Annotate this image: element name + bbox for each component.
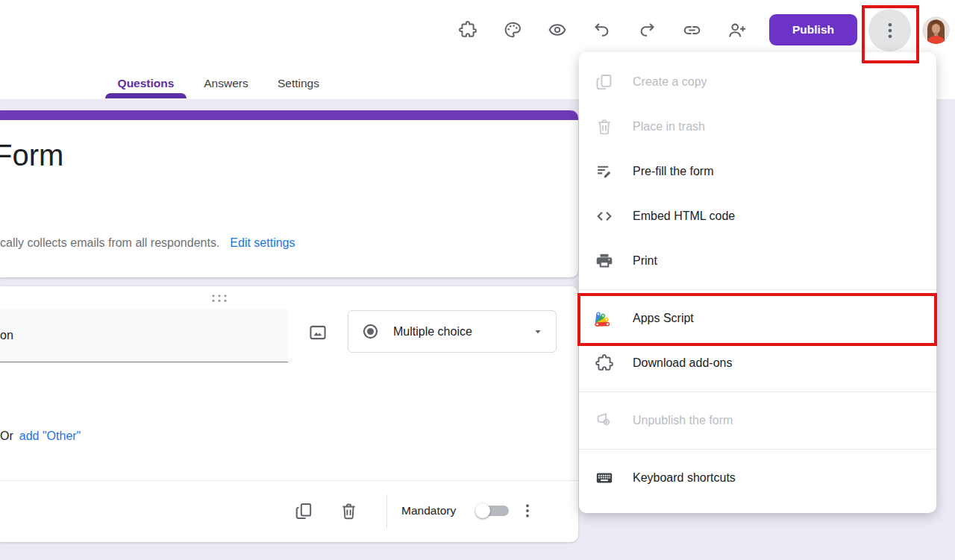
puzzle-icon — [458, 20, 478, 40]
embed-code-icon — [595, 207, 614, 226]
unpublish-icon — [595, 411, 614, 430]
active-tab-indicator — [105, 93, 187, 98]
preview-button[interactable] — [542, 15, 572, 45]
question-more-options-button[interactable] — [516, 500, 539, 522]
menu-item-label: Pre-fill the form — [633, 165, 713, 178]
question-type-dropdown[interactable]: Multiple choice — [348, 310, 557, 353]
add-ons-button[interactable] — [453, 15, 483, 45]
edit-settings-link[interactable]: Edit settings — [230, 236, 295, 249]
mandatory-toggle[interactable] — [475, 503, 513, 518]
add-other-link[interactable]: add "Other" — [19, 430, 81, 442]
menu-separator — [579, 449, 936, 450]
menu-item-embed-html-code[interactable]: Embed HTML code — [579, 194, 936, 239]
chevron-down-icon — [532, 326, 544, 338]
menu-separator — [579, 289, 936, 290]
menu-item-label: Download add-ons — [633, 356, 732, 370]
menu-item-label: Apps Script — [633, 312, 694, 325]
menu-item-label: Create a copy — [633, 75, 707, 89]
footer-divider-vertical — [386, 494, 387, 528]
tab-answers[interactable]: Answers — [194, 75, 258, 92]
mandatory-label: Mandatory — [401, 504, 456, 517]
prefill-icon — [595, 162, 614, 181]
copy-icon — [294, 501, 314, 521]
print-icon — [595, 251, 614, 271]
menu-item-download-add-ons[interactable]: Download add-ons — [579, 341, 936, 386]
menu-item-label: Keyboard shortcuts — [633, 471, 736, 485]
menu-item-prefill-the-form[interactable]: Pre-fill the form — [579, 149, 936, 194]
menu-item-place-in-trash: Place in trash — [579, 104, 936, 149]
undo-icon — [592, 20, 612, 40]
form-accent-strip — [0, 110, 578, 120]
eye-icon — [548, 20, 567, 40]
trash-icon — [339, 501, 359, 521]
more-options-button[interactable] — [868, 9, 911, 51]
more-options-menu: Create a copy Place in trash Pre-fill th… — [579, 52, 936, 513]
puzzle-icon — [595, 353, 614, 373]
question-card: on Multiple choice Oradd — [0, 286, 578, 542]
delete-question-button[interactable] — [337, 500, 360, 522]
account-avatar[interactable] — [922, 16, 950, 44]
apps-script-icon — [595, 309, 614, 328]
question-title-input[interactable]: on — [0, 309, 288, 362]
menu-item-label: Unpublish the form — [633, 414, 733, 427]
radio-filled-icon — [360, 321, 381, 342]
menu-item-print[interactable]: Print — [579, 239, 936, 283]
menu-separator — [579, 391, 936, 392]
menu-item-unpublish-the-form: Unpublish the form — [579, 398, 936, 443]
person-add-icon — [727, 20, 747, 40]
add-image-button[interactable] — [307, 321, 329, 344]
copy-link-button[interactable] — [677, 15, 707, 45]
or-text: Or — [0, 430, 13, 442]
menu-item-apps-script[interactable]: Apps Script — [579, 296, 936, 341]
tab-questions[interactable]: Questions — [105, 75, 187, 92]
palette-icon — [503, 20, 522, 40]
email-collection-notice: cally collects emails from all responden… — [0, 236, 219, 249]
copy-icon — [595, 72, 614, 92]
toggle-knob — [475, 503, 490, 518]
publish-button[interactable]: Publish — [769, 14, 857, 45]
undo-button[interactable] — [587, 15, 617, 45]
image-icon — [307, 322, 328, 343]
redo-button[interactable] — [632, 15, 662, 45]
question-title-text: on — [0, 329, 13, 342]
menu-item-label: Place in trash — [633, 120, 705, 133]
three-dots-vertical-icon — [881, 22, 899, 40]
menu-item-keyboard-shortcuts[interactable]: Keyboard shortcuts — [579, 456, 936, 500]
question-type-label: Multiple choice — [393, 325, 519, 339]
three-dots-vertical-icon — [519, 503, 536, 519]
menu-item-label: Print — [633, 254, 657, 268]
trash-icon — [595, 117, 614, 136]
add-collaborators-button[interactable] — [721, 15, 751, 45]
card-footer-divider — [0, 480, 578, 481]
drag-handle[interactable] — [211, 294, 229, 303]
customize-theme-button[interactable] — [498, 15, 527, 45]
redo-icon — [637, 20, 657, 40]
tab-settings[interactable]: Settings — [269, 75, 328, 92]
menu-item-create-a-copy: Create a copy — [579, 60, 936, 104]
keyboard-icon — [595, 468, 614, 488]
link-icon — [682, 20, 702, 40]
menu-item-label: Embed HTML code — [633, 210, 735, 223]
duplicate-question-button[interactable] — [292, 500, 315, 522]
form-title[interactable]: Form — [0, 139, 63, 172]
google-forms-editor: Publish Questions A — [0, 0, 955, 560]
form-header-card: Form cally collects emails from all resp… — [0, 110, 578, 277]
